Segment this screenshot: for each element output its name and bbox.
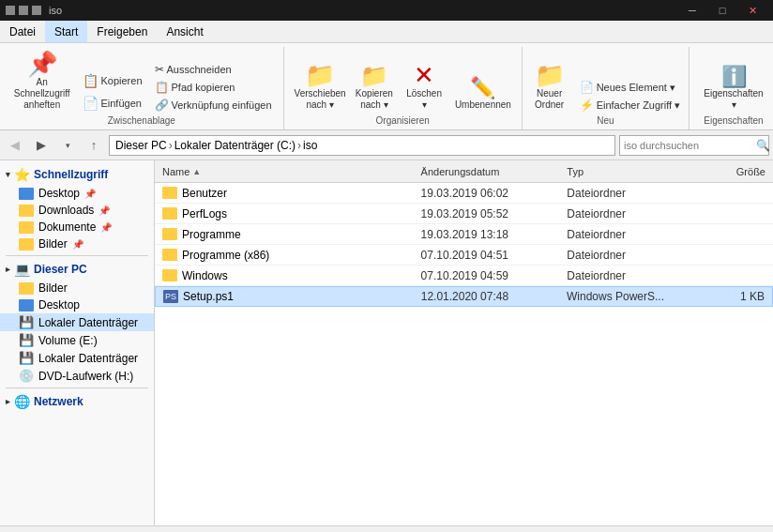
folder-icon [162,249,177,261]
dvd-icon: 💿 [19,369,34,383]
col-name[interactable]: Name ▲ [155,166,417,177]
downloads-folder-icon [19,205,34,217]
rename-button[interactable]: ✏️ Umbenennen [451,75,515,114]
sidebar-divider-1 [6,255,148,256]
bilder-pc-icon [19,282,34,295]
search-icon: 🔍 [756,139,770,152]
ribbon: 📌 An Schnellzugriffanheften 📋 Kopieren 📄… [0,43,773,130]
pin-icon-bilder: 📌 [72,239,83,250]
sort-icon: ▲ [192,167,201,176]
pin-button[interactable]: 📌 An Schnellzugriffanheften [8,49,76,114]
forward-button[interactable]: ▶ [30,134,53,157]
title-icon3 [32,6,41,15]
dokumente-folder-icon [19,221,34,234]
zwischenablage-label: Zwischenablage [108,115,175,128]
sidebar-schnellzugriff-header[interactable]: ▾ ⭐ Schnellzugriff [0,164,154,185]
folder-icon [162,269,177,281]
sidebar-item-bilder[interactable]: Bilder 📌 [0,236,154,252]
ribbon-group-organisieren: 📁 Verschiebennach ▾ 📁 Kopierennach ▾ ✕ L… [284,47,523,129]
search-input[interactable] [624,140,753,151]
sidebar-item-lokaler-c[interactable]: 💾 Lokaler Datenträger [0,313,154,331]
ps1-file-icon: PS [163,290,178,303]
menu-ansicht[interactable]: Ansicht [157,21,212,42]
folder-icon [162,207,177,220]
paste-icon: 📄 [83,96,99,111]
easy-access-button[interactable]: ⚡ Einfacher Zugriff ▾ [576,97,685,114]
shortcut-icon: 🔗 [155,99,169,112]
sidebar-item-desktop[interactable]: Desktop 📌 [0,185,154,202]
copy-button[interactable]: 📋 Kopieren [78,70,146,91]
table-row[interactable]: Windows 07.10.2019 04:59 Dateiordner [155,266,773,286]
delete-button[interactable]: ✕ Löschen ▾ [399,60,449,114]
bilder-folder-icon [19,238,34,251]
file-list-header: Name ▲ Änderungsdatum Typ Größe [155,160,773,183]
search-box[interactable]: 🔍 [619,135,769,156]
path-copy-button[interactable]: 📋 Pfad kopieren [151,79,276,96]
menu-datei[interactable]: Datei [0,21,45,42]
drive-e-icon: 💾 [19,333,34,347]
netzwerk-icon: 🌐 [14,394,30,409]
netzwerk-label: Netzwerk [34,395,83,408]
dieser-pc-label: Dieser PC [34,263,87,276]
sidebar-dieser-pc-header[interactable]: ▸ 💻 Dieser PC [0,259,154,280]
recent-button[interactable]: ▾ [56,134,79,157]
path-iso[interactable]: iso [303,139,317,152]
sidebar-item-bilder-pc[interactable]: Bilder [0,280,154,296]
pin-icon-downloads: 📌 [99,205,110,216]
sidebar-item-desktop-pc[interactable]: Desktop [0,296,154,313]
table-row[interactable]: PS Setup.ps1 12.01.2020 07:48 Windows Po… [155,286,773,307]
chevron-right-netzwerk-icon: ▸ [6,397,10,406]
sidebar-item-volume-e[interactable]: 💾 Volume (E:) [0,331,154,349]
schnellzugriff-icon: ⭐ [14,167,30,182]
close-button[interactable]: ✕ [737,0,767,21]
path-lokaler[interactable]: Lokaler Datenträger (C:) [174,139,296,152]
title-bar: iso ─ □ ✕ [0,0,773,21]
sidebar-netzwerk-header[interactable]: ▸ 🌐 Netzwerk [0,391,154,412]
table-row[interactable]: Benutzer 19.03.2019 06:02 Dateiordner [155,183,773,204]
maximize-button[interactable]: □ [707,0,737,21]
address-path[interactable]: Dieser PC › Lokaler Datenträger (C:) › i… [109,135,615,156]
sidebar-item-downloads[interactable]: Downloads 📌 [0,202,154,219]
folder-icon [162,228,177,240]
minimize-button[interactable]: ─ [677,0,707,21]
cut-button[interactable]: ✂ Ausschneiden [151,61,276,78]
pin-icon-dokumente: 📌 [100,222,112,233]
new-folder-button[interactable]: 📁 NeuerOrdner [527,60,572,114]
col-type[interactable]: Typ [567,166,698,177]
sidebar: ▾ ⭐ Schnellzugriff Desktop 📌 Downloads 📌… [0,160,155,525]
sidebar-divider-2 [6,388,148,388]
path-copy-icon: 📋 [155,81,169,94]
table-row[interactable]: Programme 19.03.2019 13:18 Dateiordner [155,224,773,245]
neu-label: Neu [597,115,614,128]
col-size[interactable]: Größe [698,166,773,177]
properties-button[interactable]: ℹ️ Eigenschaften ▾ [697,64,770,114]
organisieren-label: Organisieren [376,115,430,128]
sidebar-item-lokaler-d[interactable]: 💾 Lokaler Datenträger [0,349,154,367]
new-item-button[interactable]: 📄 Neues Element ▾ [576,79,685,96]
copy-to-button[interactable]: 📁 Kopierennach ▾ [352,62,398,114]
drive-c-icon: 💾 [19,315,34,329]
col-date[interactable]: Änderungsdatum [417,166,568,177]
up-button[interactable]: ↑ [83,134,105,157]
sidebar-item-dokumente[interactable]: Dokumente 📌 [0,219,154,236]
shortcut-button[interactable]: 🔗 Verknüpfung einfügen [151,97,276,114]
status-bar: 6 Elemente [0,525,773,532]
drive-d-icon: 💾 [19,351,34,365]
move-button[interactable]: 📁 Verschiebennach ▾ [291,60,350,114]
back-button[interactable]: ◀ [4,134,26,157]
table-row[interactable]: Programme (x86) 07.10.2019 04:51 Dateior… [155,245,773,266]
title-icon [6,6,15,15]
address-bar: ◀ ▶ ▾ ↑ Dieser PC › Lokaler Datenträger … [0,130,773,160]
paste-button[interactable]: 📄 Einfügen [78,93,146,114]
move-icon: 📁 [305,63,335,87]
delete-icon: ✕ [414,63,434,87]
properties-icon: ℹ️ [721,67,747,87]
table-row[interactable]: PerfLogs 19.03.2019 05:52 Dateiordner [155,204,773,224]
copy-icon: 📋 [83,73,99,88]
menu-freigeben[interactable]: Freigeben [87,21,157,42]
path-dieser-pc[interactable]: Dieser PC [115,139,167,152]
desktop-pc-icon [19,299,34,312]
new-folder-icon: 📁 [535,63,565,87]
menu-start[interactable]: Start [45,21,87,42]
sidebar-item-dvd[interactable]: 💿 DVD-Laufwerk (H:) [0,367,154,385]
